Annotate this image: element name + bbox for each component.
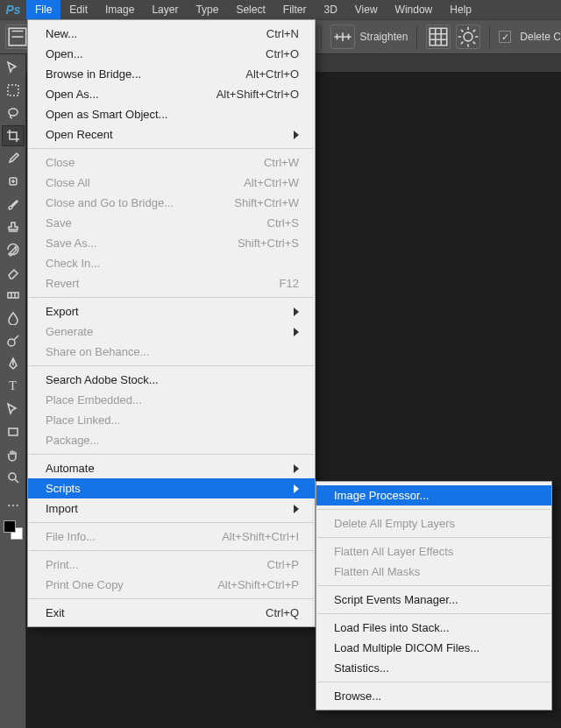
menu-item-label: Open as Smart Object... (46, 108, 299, 121)
straighten-label: Straighten (360, 31, 408, 43)
separator (489, 25, 490, 48)
menu-item-label: Open... (46, 47, 239, 60)
tool-crop[interactable] (2, 125, 25, 146)
file-menu-place-linked: Place Linked... (28, 410, 315, 430)
menu-edit[interactable]: Edit (60, 0, 96, 19)
file-menu-close: CloseCtrl+W (28, 152, 315, 173)
menu-item-label: Browse... (334, 689, 536, 703)
tool-hand[interactable] (2, 444, 25, 465)
scripts-menu-load-multiple-dicom-files[interactable]: Load Multiple DICOM Files... (316, 638, 551, 658)
straighten-icon[interactable] (330, 25, 355, 49)
scripts-menu-image-processor[interactable]: Image Processor... (316, 485, 551, 505)
menu-item-label: Load Files into Stack... (334, 621, 536, 634)
menu-help[interactable]: Help (441, 0, 480, 19)
tool-healing[interactable] (2, 171, 25, 192)
file-menu-search-adobe-stock[interactable]: Search Adobe Stock... (28, 370, 315, 390)
menu-bar: Ps File Edit Image Layer Type Select Fil… (0, 0, 561, 19)
menu-item-label: Open As... (46, 88, 190, 101)
menu-item-label: Import (46, 502, 276, 515)
scripts-submenu: Image Processor...Delete All Empty Layer… (316, 481, 552, 710)
menu-window[interactable]: Window (387, 0, 442, 19)
menu-select[interactable]: Select (227, 0, 273, 19)
menu-image[interactable]: Image (96, 0, 143, 19)
menu-view[interactable]: View (346, 0, 387, 19)
menu-filter[interactable]: Filter (274, 0, 316, 19)
file-menu-open-as-smart-object[interactable]: Open as Smart Object... (28, 104, 315, 124)
menu-item-shortcut: Alt+Shift+Ctrl+I (195, 530, 299, 543)
file-menu-share-on-behance: Share on Behance... (28, 342, 315, 362)
tool-lasso[interactable] (2, 102, 25, 124)
gear-icon[interactable] (456, 25, 480, 49)
menu-separator (29, 598, 314, 599)
tool-rectangle[interactable] (2, 421, 25, 442)
tool-preset-icon[interactable] (5, 25, 30, 49)
file-menu-open-recent[interactable]: Open Recent (28, 124, 315, 145)
file-menu-file-info: File Info...Alt+Shift+Ctrl+I (28, 527, 315, 547)
scripts-menu-load-files-into-stack[interactable]: Load Files into Stack... (316, 618, 551, 638)
tool-eyedropper[interactable] (2, 148, 25, 169)
file-menu-place-embedded: Place Embedded... (28, 390, 315, 410)
menu-item-label: Export (46, 305, 276, 318)
file-menu-exit[interactable]: ExitCtrl+Q (28, 603, 315, 623)
tool-gradient[interactable] (2, 285, 25, 306)
file-menu-open-as[interactable]: Open As...Alt+Shift+Ctrl+O (28, 84, 315, 104)
menu-file[interactable]: File (26, 0, 60, 19)
menu-item-shortcut: Shift+Ctrl+W (208, 196, 299, 209)
menu-item-shortcut: Ctrl+N (240, 27, 299, 40)
tool-move[interactable] (2, 57, 25, 78)
tool-stamp[interactable] (2, 216, 25, 237)
file-menu-import[interactable]: Import (28, 498, 315, 519)
app-logo: Ps (0, 0, 26, 19)
file-menu-export[interactable]: Export (28, 301, 315, 322)
scripts-menu-browse[interactable]: Browse... (316, 686, 551, 706)
menu-item-label: Statistics... (334, 661, 536, 675)
tool-dodge[interactable] (2, 330, 25, 351)
scripts-menu-script-events-manager[interactable]: Script Events Manager... (316, 590, 551, 610)
grid-icon[interactable] (426, 25, 451, 49)
file-menu-browse-in-bridge[interactable]: Browse in Bridge...Alt+Ctrl+O (28, 64, 315, 84)
menu-item-label: Generate (46, 325, 276, 338)
menu-item-label: New... (46, 27, 240, 40)
foreground-color[interactable] (4, 520, 16, 533)
submenu-arrow-icon (294, 505, 299, 513)
delete-checkbox[interactable] (499, 31, 511, 43)
menu-item-label: Close and Go to Bridge... (46, 196, 208, 209)
file-menu-scripts[interactable]: Scripts (28, 478, 315, 498)
tool-pen[interactable] (2, 353, 25, 374)
tool-marquee[interactable] (2, 80, 25, 101)
tool-eraser[interactable] (2, 262, 25, 283)
menu-item-shortcut: Ctrl+P (241, 558, 299, 571)
delete-label: Delete C (520, 31, 561, 43)
tool-type[interactable]: T (2, 376, 25, 397)
file-menu-print-one-copy: Print One CopyAlt+Shift+Ctrl+P (28, 575, 315, 595)
menu-item-label: Delete All Empty Layers (334, 517, 536, 530)
tool-history-brush[interactable] (2, 239, 25, 260)
file-menu-automate[interactable]: Automate (28, 458, 315, 478)
scripts-menu-flatten-all-layer-effects: Flatten All Layer Effects (316, 541, 551, 562)
file-menu-print: Print...Ctrl+P (28, 555, 315, 575)
file-menu-open[interactable]: Open...Ctrl+O (28, 44, 315, 64)
scripts-menu-statistics[interactable]: Statistics... (316, 658, 551, 678)
menu-item-label: Package... (46, 434, 299, 447)
menu-type[interactable]: Type (187, 0, 227, 19)
menu-item-label: Place Linked... (46, 413, 299, 427)
svg-point-6 (8, 339, 15, 346)
file-menu-generate: Generate (28, 322, 315, 342)
submenu-arrow-icon (294, 131, 299, 139)
menu-item-shortcut: Ctrl+W (238, 156, 299, 169)
file-menu-new[interactable]: New...Ctrl+N (28, 24, 315, 44)
tool-brush[interactable] (2, 194, 25, 215)
file-menu-dropdown: New...Ctrl+NOpen...Ctrl+OBrowse in Bridg… (27, 19, 316, 627)
color-swatches[interactable] (4, 520, 23, 540)
menu-item-label: Print... (46, 558, 241, 571)
tool-zoom[interactable] (2, 467, 25, 488)
menu-item-shortcut: Ctrl+S (241, 216, 299, 230)
menu-item-label: Revert (46, 277, 253, 290)
edit-toolbar-icon[interactable]: ⋯ (2, 495, 25, 516)
tool-blur[interactable] (2, 307, 25, 329)
menu-3d[interactable]: 3D (315, 0, 345, 19)
tool-path[interactable] (2, 399, 25, 420)
menu-separator (317, 537, 550, 538)
svg-rect-7 (9, 428, 18, 435)
menu-layer[interactable]: Layer (143, 0, 187, 19)
